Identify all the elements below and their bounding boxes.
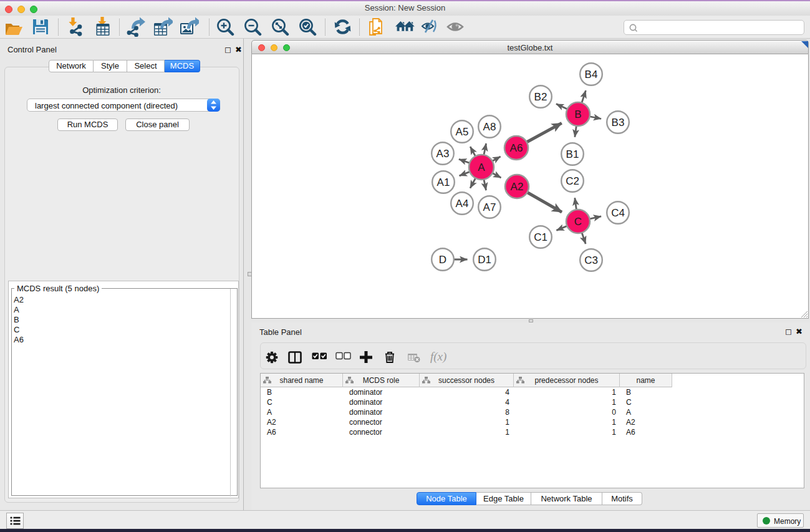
svg-text:B: B <box>574 109 581 120</box>
svg-text:C4: C4 <box>611 207 625 219</box>
svg-text:C2: C2 <box>566 175 579 187</box>
svg-text:A6: A6 <box>510 142 523 154</box>
svg-text:A: A <box>478 162 485 173</box>
svg-text:D: D <box>439 254 446 266</box>
svg-text:A7: A7 <box>483 201 496 213</box>
svg-text:A3: A3 <box>436 148 450 160</box>
svg-text:B3: B3 <box>612 117 625 128</box>
svg-text:D1: D1 <box>478 254 491 266</box>
svg-text:B1: B1 <box>566 148 579 160</box>
svg-text:A8: A8 <box>483 121 496 133</box>
svg-text:C1: C1 <box>534 231 547 243</box>
svg-text:B4: B4 <box>585 69 598 80</box>
svg-text:A5: A5 <box>456 126 469 138</box>
svg-text:A4: A4 <box>456 198 469 210</box>
svg-text:A2: A2 <box>511 181 524 193</box>
svg-text:A1: A1 <box>437 177 450 188</box>
svg-text:C3: C3 <box>584 254 598 266</box>
svg-text:C: C <box>574 216 582 228</box>
svg-text:B2: B2 <box>534 91 547 103</box>
